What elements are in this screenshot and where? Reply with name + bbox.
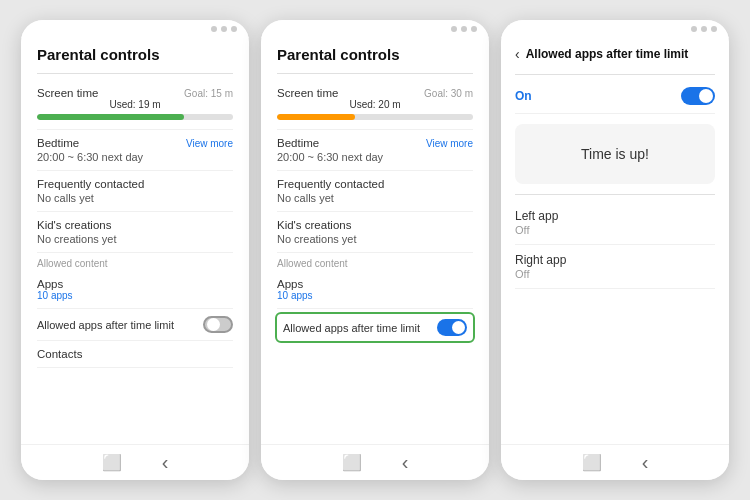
back-title: Allowed apps after time limit	[526, 47, 689, 61]
view-more-link[interactable]: View more	[186, 138, 233, 149]
back-header: ‹ Allowed apps after time limit	[515, 38, 715, 68]
apps-section-2: Apps 10 apps	[277, 271, 473, 309]
allowed-apps-toggle[interactable]	[203, 316, 233, 333]
allowed-content-label-2: Allowed content	[277, 253, 473, 271]
used-text-2: Used: 20 m	[277, 99, 473, 110]
progress-bar-2	[277, 114, 473, 120]
toggle-knob	[207, 318, 220, 331]
frequently-contacted-label-2: Frequently contacted	[277, 178, 473, 190]
apps-label: Apps	[37, 278, 233, 290]
nav-bar-2: ⬜ ‹	[261, 444, 489, 480]
back-button-3[interactable]: ‹	[642, 451, 649, 474]
apps-value: 10 apps	[37, 290, 233, 301]
apps-section: Apps 10 apps	[37, 271, 233, 309]
apps-value-2: 10 apps	[277, 290, 473, 301]
frequently-contacted-section-2: Frequently contacted No calls yet	[277, 171, 473, 212]
frequently-contacted-section: Frequently contacted No calls yet	[37, 171, 233, 212]
status-dot	[211, 26, 217, 32]
status-dot	[461, 26, 467, 32]
page-title-1: Parental controls	[37, 38, 233, 63]
right-app-value: Off	[515, 268, 715, 280]
time-is-up-text: Time is up!	[515, 146, 715, 162]
status-dot	[451, 26, 457, 32]
kids-creations-label-2: Kid's creations	[277, 219, 473, 231]
right-app-label: Right app	[515, 253, 715, 267]
screen3-content: ‹ Allowed apps after time limit On Time …	[501, 38, 729, 444]
left-app-value: Off	[515, 224, 715, 236]
allowed-content-label: Allowed content	[37, 253, 233, 271]
status-dot	[691, 26, 697, 32]
right-app-row[interactable]: Right app Off	[515, 245, 715, 289]
back-button[interactable]: ‹	[162, 451, 169, 474]
left-app-label: Left app	[515, 209, 715, 223]
phone-screen-3: ‹ Allowed apps after time limit On Time …	[501, 20, 729, 480]
screen-time-label-2: Screen time	[277, 87, 338, 99]
kids-creations-section: Kid's creations No creations yet	[37, 212, 233, 253]
progress-fill	[37, 114, 184, 120]
allowed-apps-row-2-highlighted: Allowed apps after time limit	[275, 312, 475, 343]
status-bar-3	[501, 20, 729, 38]
kids-creations-value: No creations yet	[37, 233, 233, 245]
home-button-2[interactable]: ⬜	[342, 453, 362, 472]
frequently-contacted-label: Frequently contacted	[37, 178, 233, 190]
bedtime-label: Bedtime	[37, 137, 79, 149]
goal-text: Goal: 15 m	[184, 88, 233, 99]
allowed-apps-label: Allowed apps after time limit	[37, 319, 174, 331]
status-dot	[231, 26, 237, 32]
screen-time-section: Screen time Goal: 15 m Used: 19 m	[37, 80, 233, 130]
contacts-section: Contacts	[37, 341, 233, 368]
status-dot	[701, 26, 707, 32]
status-dot	[221, 26, 227, 32]
left-app-row[interactable]: Left app Off	[515, 201, 715, 245]
frequently-contacted-value: No calls yet	[37, 192, 233, 204]
screen1-content: Parental controls Screen time Goal: 15 m…	[21, 38, 249, 444]
progress-fill-2	[277, 114, 355, 120]
view-more-link-2[interactable]: View more	[426, 138, 473, 149]
status-bar-1	[21, 20, 249, 38]
contacts-label: Contacts	[37, 348, 233, 360]
kids-creations-section-2: Kid's creations No creations yet	[277, 212, 473, 253]
bedtime-value-2: 20:00 ~ 6:30 next day	[277, 151, 473, 163]
status-dot	[711, 26, 717, 32]
used-text: Used: 19 m	[37, 99, 233, 110]
home-button-3[interactable]: ⬜	[582, 453, 602, 472]
screen-time-label: Screen time	[37, 87, 98, 99]
page-title-2: Parental controls	[277, 38, 473, 63]
on-label: On	[515, 89, 532, 103]
time-is-up-box: Time is up!	[515, 124, 715, 184]
back-arrow-icon[interactable]: ‹	[515, 46, 520, 62]
phone-screen-2: Parental controls Screen time Goal: 30 m…	[261, 20, 489, 480]
kids-creations-label: Kid's creations	[37, 219, 233, 231]
nav-bar-3: ⬜ ‹	[501, 444, 729, 480]
bedtime-value: 20:00 ~ 6:30 next day	[37, 151, 233, 163]
screen-time-section-2: Screen time Goal: 30 m Used: 20 m	[277, 80, 473, 130]
status-dot	[471, 26, 477, 32]
screen2-content: Parental controls Screen time Goal: 30 m…	[261, 38, 489, 444]
toggle-knob-2	[452, 321, 465, 334]
nav-bar-1: ⬜ ‹	[21, 444, 249, 480]
status-bar-2	[261, 20, 489, 38]
on-row: On	[515, 81, 715, 114]
on-toggle-knob	[699, 89, 713, 103]
home-button[interactable]: ⬜	[102, 453, 122, 472]
goal-text-2: Goal: 30 m	[424, 88, 473, 99]
divider	[277, 73, 473, 74]
on-toggle[interactable]	[681, 87, 715, 105]
divider-3b	[515, 194, 715, 195]
divider	[37, 73, 233, 74]
bedtime-label-2: Bedtime	[277, 137, 319, 149]
apps-label-2: Apps	[277, 278, 473, 290]
allowed-apps-row: Allowed apps after time limit	[37, 309, 233, 341]
progress-bar	[37, 114, 233, 120]
divider-3	[515, 74, 715, 75]
allowed-apps-label-2: Allowed apps after time limit	[283, 322, 420, 334]
frequently-contacted-value-2: No calls yet	[277, 192, 473, 204]
bedtime-section-2: Bedtime View more 20:00 ~ 6:30 next day	[277, 130, 473, 171]
kids-creations-value-2: No creations yet	[277, 233, 473, 245]
allowed-apps-toggle-2[interactable]	[437, 319, 467, 336]
back-button-2[interactable]: ‹	[402, 451, 409, 474]
bedtime-section: Bedtime View more 20:00 ~ 6:30 next day	[37, 130, 233, 171]
phone-screen-1: Parental controls Screen time Goal: 15 m…	[21, 20, 249, 480]
